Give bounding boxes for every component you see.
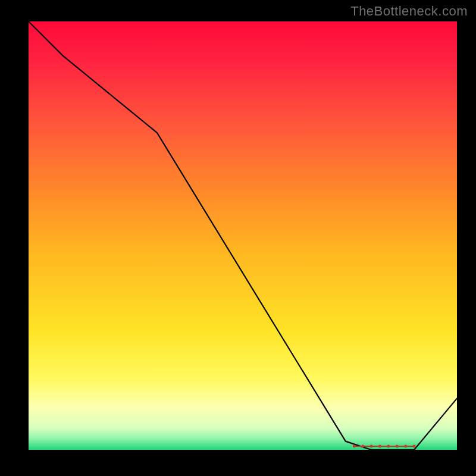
background-gradient [29, 21, 457, 450]
chart-frame: TheBottleneck.com [0, 0, 476, 476]
plot-area [29, 21, 457, 450]
svg-rect-0 [29, 21, 457, 450]
watermark-text: TheBottleneck.com [350, 4, 468, 19]
